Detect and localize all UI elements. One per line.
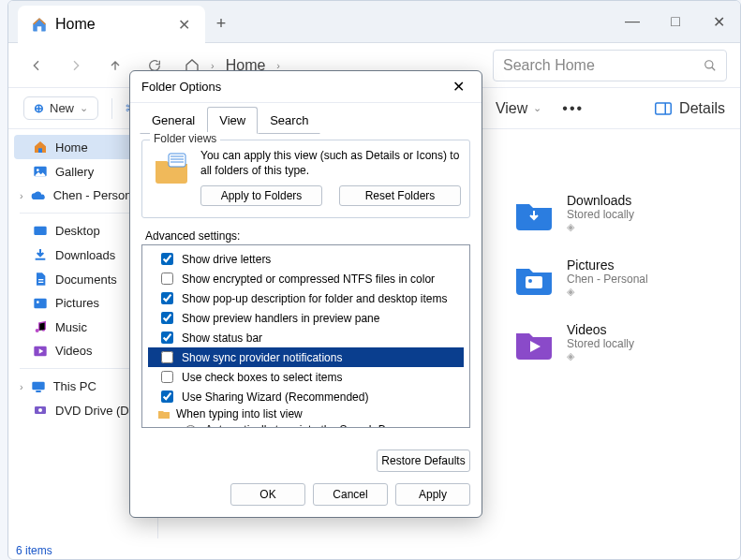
folder-options-dialog: Folder Options ✕ General View Search Fol… <box>129 70 482 518</box>
advanced-settings-list[interactable]: Show drive letters Show encrypted or com… <box>141 244 470 428</box>
reset-folders-button[interactable]: Reset Folders <box>339 185 461 206</box>
advanced-settings-label: Advanced settings: <box>145 229 482 243</box>
apply-to-folders-button[interactable]: Apply to Folders <box>200 185 322 206</box>
svg-rect-3 <box>38 148 42 153</box>
svg-point-5 <box>37 169 39 171</box>
more-button[interactable]: ••• <box>555 100 591 117</box>
opt-ntfs-color[interactable]: Show encrypted or compressed NTFS files … <box>148 269 464 288</box>
option-label: Show status bar <box>182 332 262 345</box>
apply-button[interactable]: Apply <box>395 483 470 506</box>
chevron-right-icon[interactable]: › <box>20 190 23 201</box>
svg-rect-1 <box>656 103 672 114</box>
videos-icon <box>33 345 48 358</box>
opt-checkboxes[interactable]: Use check boxes to select items <box>148 367 464 387</box>
sidebar-item-label: Pictures <box>55 296 99 310</box>
details-label: Details <box>679 100 725 117</box>
chevron-right-icon[interactable]: › <box>276 60 280 71</box>
sidebar-item-label: Downloads <box>55 248 115 262</box>
pictures-folder-icon <box>514 261 554 295</box>
status-bar: 6 items <box>16 544 52 557</box>
forward-button[interactable] <box>61 51 91 81</box>
folder-view-icon <box>152 148 191 187</box>
tab-home[interactable]: Home ✕ <box>18 6 205 43</box>
chevron-down-icon: ⌄ <box>533 102 541 114</box>
option-label: Show preview handlers in preview pane <box>182 312 379 325</box>
pin-icon: ◈ <box>567 286 648 298</box>
tab-search[interactable]: Search <box>258 107 320 134</box>
checkbox[interactable] <box>161 273 173 285</box>
ok-button[interactable]: OK <box>230 483 305 506</box>
dialog-tabs: General View Search <box>130 103 482 134</box>
sidebar-item-label: Home <box>55 140 88 155</box>
svg-rect-18 <box>169 154 185 167</box>
search-placeholder: Search Home <box>503 57 595 74</box>
checkbox[interactable] <box>161 292 173 304</box>
home-icon <box>31 16 48 33</box>
folder-name: Pictures <box>567 258 648 273</box>
checkbox[interactable] <box>161 351 173 363</box>
opt-drive-letters[interactable]: Show drive letters <box>148 249 464 269</box>
new-button[interactable]: ⊕ New ⌄ <box>23 96 98 120</box>
sidebar-item-label: DVD Drive (D:) <box>55 404 137 418</box>
sidebar-item-label: Documents <box>55 273 117 287</box>
sidebar-item-label: Music <box>55 320 87 334</box>
search-box[interactable]: Search Home <box>493 50 727 81</box>
divider <box>111 98 112 119</box>
maximize-button[interactable]: □ <box>654 1 697 42</box>
folder-icon <box>157 408 170 420</box>
details-toggle[interactable]: Details <box>655 100 725 117</box>
sidebar-item-label: This PC <box>53 379 96 393</box>
tab-general[interactable]: General <box>140 107 207 134</box>
dialog-close-button[interactable]: ✕ <box>446 75 470 99</box>
desktop-icon <box>33 225 48 238</box>
pin-icon: ◈ <box>567 350 634 362</box>
svg-rect-16 <box>526 276 542 288</box>
checkbox[interactable] <box>161 253 173 265</box>
details-icon <box>655 102 672 115</box>
option-label: Show pop-up description for folder and d… <box>182 292 448 305</box>
dialog-titlebar: Folder Options ✕ <box>130 71 482 103</box>
videos-folder-icon <box>514 326 554 360</box>
cancel-button[interactable]: Cancel <box>313 483 388 506</box>
checkbox[interactable] <box>161 391 173 403</box>
radio[interactable] <box>185 425 197 428</box>
folder-downloads[interactable]: DownloadsStored locally◈ <box>514 193 721 233</box>
up-button[interactable] <box>100 51 130 81</box>
opt-status-bar[interactable]: Show status bar <box>148 328 464 347</box>
opt-sync-notifications[interactable]: Show sync provider notifications <box>148 347 464 367</box>
music-icon <box>33 319 48 334</box>
view-menu[interactable]: View ⌄ <box>496 100 541 117</box>
chevron-right-icon: › <box>211 60 215 71</box>
folder-sub: Stored locally <box>567 208 634 221</box>
new-tab-button[interactable]: + <box>205 6 237 42</box>
plus-icon: ⊕ <box>34 101 44 115</box>
minimize-button[interactable]: — <box>611 1 654 42</box>
opt-typing-category[interactable]: When typing into list view <box>148 406 464 421</box>
option-label: When typing into list view <box>176 407 303 420</box>
cloud-icon <box>31 190 46 201</box>
tab-close-icon[interactable]: ✕ <box>175 16 192 33</box>
folder-name: Downloads <box>567 193 634 208</box>
folder-pictures[interactable]: PicturesChen - Personal◈ <box>514 258 721 298</box>
folder-sub: Stored locally <box>567 337 634 350</box>
checkbox[interactable] <box>161 332 173 344</box>
checkbox[interactable] <box>161 312 173 324</box>
new-label: New <box>50 101 74 115</box>
folder-sub: Chen - Personal <box>567 273 648 286</box>
svg-point-17 <box>528 279 532 283</box>
opt-sharing-wizard[interactable]: Use Sharing Wizard (Recommended) <box>148 387 464 406</box>
tab-view[interactable]: View <box>207 107 258 134</box>
close-button[interactable]: ✕ <box>697 1 740 42</box>
folder-videos[interactable]: VideosStored locally◈ <box>514 322 721 362</box>
opt-preview-handlers[interactable]: Show preview handlers in preview pane <box>148 308 464 328</box>
chevron-right-icon[interactable]: › <box>20 381 23 392</box>
opt-auto-search[interactable]: Automatically type into the Search Box <box>148 421 464 428</box>
dialog-buttons: Restore Defaults OK Cancel Apply <box>130 442 482 517</box>
back-button[interactable] <box>22 51 52 81</box>
restore-defaults-button[interactable]: Restore Defaults <box>377 449 470 472</box>
folder-views-group: Folder views You can apply this view (su… <box>141 140 470 218</box>
checkbox[interactable] <box>161 371 173 383</box>
dialog-title: Folder Options <box>141 80 221 94</box>
opt-popup-desc[interactable]: Show pop-up description for folder and d… <box>148 288 464 308</box>
home-icon <box>33 140 48 155</box>
